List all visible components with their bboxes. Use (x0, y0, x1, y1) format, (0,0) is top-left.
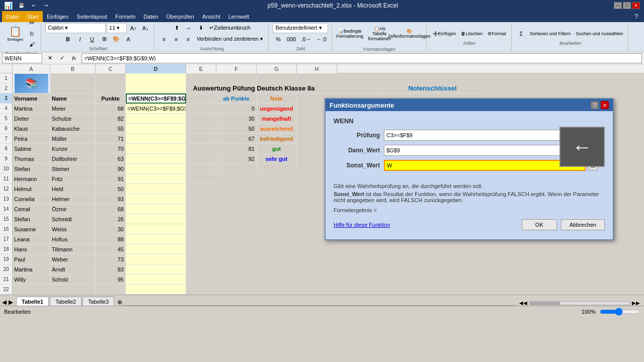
align-right-btn[interactable]: ≡ (183, 34, 194, 44)
align-bottom-btn[interactable]: ⬇ (195, 23, 206, 33)
cell-notenschlussel[interactable]: Notenschlüssel (382, 83, 483, 94)
cell-f10[interactable] (216, 164, 257, 174)
cell-b3[interactable]: Name (50, 94, 96, 104)
cell-styles-btn[interactable]: 🎨Zellenformatvorlagen (395, 23, 423, 45)
cell-title[interactable]: Auswertung Püfung Deutsch Klasse 8a (126, 83, 382, 94)
row-num-1[interactable]: 1 (0, 73, 13, 83)
cell-b2[interactable] (50, 83, 96, 94)
cell-a14[interactable]: Cemal (13, 204, 50, 214)
cancel-formula-btn[interactable]: ✕ (44, 53, 55, 63)
cell-d19[interactable] (126, 254, 186, 264)
increase-font-btn[interactable]: A↑ (128, 23, 139, 33)
dialog-close-btn[interactable]: ✕ (601, 101, 609, 109)
cell-d18[interactable] (126, 244, 186, 254)
cell-d6[interactable] (126, 124, 186, 134)
cell-d9[interactable] (126, 154, 186, 164)
cell-c14[interactable]: 68 (96, 204, 126, 214)
cell-d5[interactable] (126, 114, 186, 124)
cell-d13[interactable] (126, 194, 186, 204)
font-size-dropdown[interactable]: 11 ▾ (107, 23, 127, 33)
cell-d12[interactable] (126, 184, 186, 194)
cell-e8[interactable] (186, 144, 216, 154)
cell-d14[interactable] (126, 204, 186, 214)
cell-b21[interactable]: Scholz (50, 275, 96, 285)
menu-ansicht[interactable]: Ansicht (198, 11, 224, 22)
cell-f9[interactable]: 92 (216, 154, 257, 164)
cell-c10[interactable]: 90 (96, 164, 126, 174)
row-num-10[interactable]: 10 (0, 164, 13, 174)
menu-lernwelt[interactable]: Lernwelt (224, 11, 254, 22)
row-num-19[interactable]: 19 (0, 254, 13, 264)
sheet-tab-1[interactable]: Tabelle1 (16, 297, 49, 306)
col-header-c[interactable]: C (96, 64, 126, 73)
cell-a16[interactable]: Susanne (13, 224, 50, 234)
sum-btn[interactable]: Σ (516, 29, 527, 39)
cell-a3[interactable]: Vorname (13, 94, 50, 104)
cell-e5[interactable] (186, 114, 216, 124)
cell-b15[interactable]: Schmidt (50, 214, 96, 224)
thousands-btn[interactable]: 000 (285, 34, 298, 44)
row-num-7[interactable]: 7 (0, 134, 13, 144)
row-num-11[interactable]: 11 (0, 174, 13, 184)
row-num-15[interactable]: 15 (0, 214, 13, 224)
cell-c20[interactable]: 83 (96, 264, 126, 275)
scroll-right-btn[interactable]: ▶▶ (632, 300, 640, 306)
sheet-tab-3[interactable]: Tabelle3 (83, 297, 114, 306)
cell-b22[interactable] (50, 285, 96, 295)
row-num-3[interactable]: 3 (0, 94, 13, 104)
conditional-format-btn[interactable]: 📊Bedingte Formatierung (336, 23, 364, 45)
col-header-f[interactable]: F (216, 64, 257, 73)
cell-f6[interactable]: 50 (216, 124, 257, 134)
align-left-btn[interactable]: ≡ (158, 34, 170, 44)
insert-function-btn[interactable]: fx (68, 53, 79, 63)
cell-a10[interactable]: Stefan (13, 164, 50, 174)
cell-d15[interactable] (126, 214, 186, 224)
row-num-20[interactable]: 20 (0, 264, 13, 275)
undo-quick-btn[interactable]: ↩ (28, 1, 39, 11)
cell-c6[interactable]: 55 (96, 124, 126, 134)
cell-b16[interactable]: Weiss (50, 224, 96, 234)
cell-a6[interactable]: Klaus (13, 124, 50, 134)
cell-b14[interactable]: Özmir (50, 204, 96, 214)
cell-b5[interactable]: Schulze (50, 114, 96, 124)
menu-einfügen[interactable]: Einfügen (43, 11, 72, 22)
cell-e4[interactable] (186, 104, 216, 114)
cell-b11[interactable]: Fritz (50, 174, 96, 184)
col-header-a[interactable]: A (13, 64, 50, 73)
cell-a12[interactable]: Helmut (13, 184, 50, 194)
cell-f8[interactable]: 81 (216, 144, 257, 154)
row-num-8[interactable]: 8 (0, 144, 13, 154)
cell-d21[interactable] (126, 275, 186, 285)
cell-b10[interactable]: Steiner (50, 164, 96, 174)
cell-b19[interactable]: Weber (50, 254, 96, 264)
sonst-input[interactable] (384, 160, 586, 171)
cell-e11[interactable] (186, 174, 216, 184)
cell-d17[interactable] (126, 234, 186, 244)
prev-sheet-btn[interactable]: ◀ (2, 299, 7, 306)
font-color-btn[interactable]: A (123, 34, 134, 44)
cell-a22[interactable] (13, 285, 50, 295)
col-header-b[interactable]: B (50, 64, 96, 73)
font-name-dropdown[interactable]: Calibri ▾ (45, 23, 106, 33)
row-num-9[interactable]: 9 (0, 154, 13, 164)
col-header-h[interactable]: H (297, 64, 337, 73)
cell-a5[interactable]: Dieter (13, 114, 50, 124)
percent-btn[interactable]: % (273, 34, 284, 44)
cell-a20[interactable]: Martina (13, 264, 50, 275)
cell-a15[interactable]: Stefan (13, 214, 50, 224)
cell-f3[interactable]: ab Punkte (216, 94, 257, 104)
cell-f7[interactable]: 67 (216, 134, 257, 144)
cell-g6[interactable]: ausreichend (257, 124, 297, 134)
cell-g10[interactable] (257, 164, 297, 174)
dann-input[interactable] (384, 145, 560, 156)
format-cells-btn[interactable]: ⚙Format (486, 29, 508, 39)
cell-b7[interactable]: Müller (50, 134, 96, 144)
align-middle-btn[interactable]: ↔ (183, 23, 194, 33)
confirm-formula-btn[interactable]: ✓ (56, 53, 67, 63)
copy-btn[interactable]: ⎘ (27, 29, 38, 39)
align-center-btn[interactable]: ≡ (171, 34, 182, 44)
cell-d8[interactable] (126, 144, 186, 154)
cell-g7[interactable]: befriedigend (257, 134, 297, 144)
decrease-font-btn[interactable]: A↓ (140, 23, 151, 33)
cell-c8[interactable]: 70 (96, 144, 126, 154)
